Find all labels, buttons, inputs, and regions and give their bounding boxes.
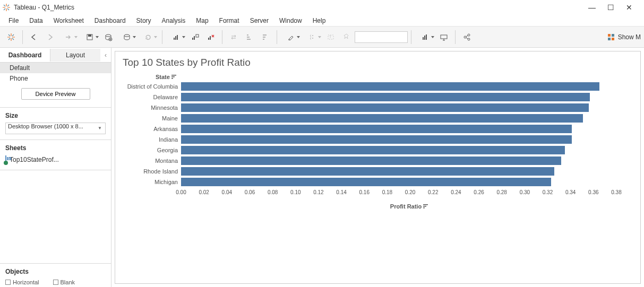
presentation-icon[interactable] [436, 30, 452, 45]
pause-updates-icon[interactable] [116, 30, 138, 45]
bar[interactable] [181, 114, 583, 123]
bar[interactable] [181, 103, 589, 112]
fit-icon[interactable] [415, 30, 436, 45]
menu-window[interactable]: Window [274, 16, 307, 25]
menu-map[interactable]: Map [191, 16, 213, 25]
svg-rect-7 [177, 35, 178, 40]
duplicate-icon[interactable] [187, 30, 203, 45]
svg-rect-11 [208, 38, 209, 40]
bar[interactable] [181, 125, 572, 133]
x-tick: 0.28 [496, 189, 506, 195]
group-icon[interactable] [302, 30, 323, 45]
sheet-item[interactable]: Top10StateProf... [5, 155, 106, 164]
svg-point-4 [124, 34, 130, 37]
size-select[interactable]: Desktop Browser (1000 x 8... [5, 123, 106, 134]
x-axis: 0.000.020.040.060.080.100.120.140.160.18… [181, 189, 638, 198]
bar-row: Rhode Island [181, 166, 638, 177]
sort-icon [171, 75, 177, 79]
bar-row: Maine [181, 113, 638, 124]
bar[interactable] [181, 167, 554, 176]
tableau-logo-icon [2, 3, 11, 12]
svg-rect-5 [174, 38, 175, 40]
tableau-icon[interactable] [3, 30, 19, 45]
menu-server[interactable]: Server [245, 16, 274, 25]
device-default[interactable]: Default [0, 63, 111, 73]
refresh-icon[interactable] [138, 30, 159, 45]
objects-heading: Objects [5, 268, 106, 275]
new-worksheet-icon[interactable] [166, 30, 187, 45]
collapse-sidebar-icon[interactable]: ‹ [100, 51, 111, 59]
sort-desc-icon[interactable] [257, 30, 273, 45]
menu-format[interactable]: Format [214, 16, 245, 25]
object-blank[interactable]: Blank [53, 279, 75, 286]
revert-icon[interactable] [58, 30, 79, 45]
x-tick: 0.30 [520, 189, 530, 195]
menu-data[interactable]: Data [24, 16, 48, 25]
svg-rect-23 [423, 37, 424, 40]
close-icon[interactable]: ✕ [626, 3, 632, 12]
svg-text:T: T [329, 35, 332, 39]
menu-help[interactable]: Help [307, 16, 331, 25]
x-tick: 0.12 [313, 189, 323, 195]
highlight-icon[interactable] [280, 30, 302, 45]
x-tick: 0.34 [565, 189, 576, 195]
x-tick: 0.04 [222, 189, 232, 195]
menu-bar: File Data Worksheet Dashboard Story Anal… [0, 15, 644, 27]
menu-file[interactable]: File [3, 16, 24, 25]
toolbar-shelf-input[interactable] [355, 31, 408, 43]
bar-row: Minnesota [181, 102, 638, 113]
pin-icon[interactable] [339, 30, 355, 45]
redo-icon[interactable] [42, 30, 58, 45]
separator [22, 30, 23, 44]
y-axis-title: State [156, 74, 633, 80]
tab-dashboard[interactable]: Dashboard [0, 49, 50, 62]
svg-rect-12 [210, 36, 211, 40]
save-icon[interactable] [79, 30, 100, 45]
object-horizontal[interactable]: Horizontal [5, 279, 39, 286]
bar[interactable] [181, 135, 572, 144]
device-phone[interactable]: Phone [0, 73, 111, 84]
swap-icon[interactable] [226, 30, 242, 45]
svg-rect-15 [247, 39, 251, 40]
separator [162, 30, 162, 44]
separator [455, 30, 456, 44]
svg-rect-10 [196, 34, 199, 37]
x-tick: 0.26 [474, 189, 484, 195]
clear-icon[interactable] [203, 30, 219, 45]
svg-rect-26 [441, 35, 447, 39]
bar[interactable] [181, 82, 599, 91]
device-preview-button[interactable]: Device Preview [21, 88, 90, 100]
undo-icon[interactable] [26, 30, 42, 45]
bar[interactable] [181, 156, 561, 165]
size-heading: Size [5, 112, 106, 119]
menu-worksheet[interactable]: Worksheet [48, 16, 89, 25]
maximize-icon[interactable]: ☐ [607, 3, 614, 12]
new-data-source-icon[interactable] [100, 30, 116, 45]
share-icon[interactable] [459, 30, 475, 45]
x-tick: 0.38 [611, 189, 621, 195]
show-me-button[interactable]: Show M [607, 33, 641, 41]
sidebar: Dashboard Layout ‹ Default Phone Device … [0, 48, 111, 287]
menu-story[interactable]: Story [131, 16, 157, 25]
x-tick: 0.14 [336, 189, 346, 195]
svg-point-29 [468, 38, 470, 40]
svg-point-20 [312, 38, 313, 39]
bar[interactable] [181, 178, 551, 186]
minimize-icon[interactable]: — [588, 3, 596, 12]
show-labels-icon[interactable]: T [323, 30, 339, 45]
menu-dashboard[interactable]: Dashboard [89, 16, 131, 25]
toolbar: T Show M [0, 27, 644, 48]
sort-asc-icon[interactable] [242, 30, 257, 45]
tab-layout[interactable]: Layout [50, 49, 100, 62]
bar[interactable] [181, 93, 590, 101]
x-tick: 0.22 [428, 189, 438, 195]
bar-row: Michigan [181, 177, 638, 187]
sheets-heading: Sheets [5, 144, 106, 152]
window-title: Tableau - Q1_Metrics [14, 4, 74, 11]
bar-row: Montana [181, 155, 638, 166]
bar-label: Delaware [123, 94, 181, 100]
svg-rect-31 [612, 34, 614, 37]
bar-label: Michigan [123, 179, 181, 185]
bar[interactable] [181, 146, 565, 154]
menu-analysis[interactable]: Analysis [157, 16, 191, 25]
